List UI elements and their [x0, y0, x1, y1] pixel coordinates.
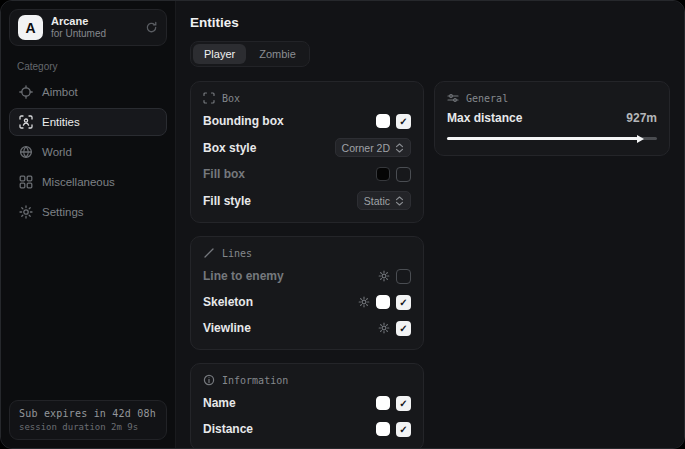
card-header-label: Information	[222, 375, 288, 386]
max-distance-value: 927m	[626, 111, 657, 125]
max-distance-row: Max distance 927m	[447, 111, 657, 125]
sidebar-item-aimbot[interactable]: Aimbot	[9, 78, 167, 106]
box-style-select[interactable]: Corner 2D	[335, 138, 411, 157]
color-swatch[interactable]	[376, 295, 390, 309]
sidebar-item-label: Miscellaneous	[42, 176, 115, 188]
category-label: Category	[17, 61, 167, 72]
distance-checkbox[interactable]: ✓	[396, 422, 411, 437]
row-label: Skeleton	[203, 295, 253, 309]
slider-track	[447, 137, 657, 140]
subscription-info-card: Sub expires in 42d 08h session duration …	[9, 400, 167, 440]
color-swatch[interactable]	[376, 114, 390, 128]
sub-expires-text: Sub expires in 42d 08h	[19, 408, 157, 419]
chevron-up-down-icon	[395, 143, 404, 153]
information-card: Information Name ✓ Distance ✓	[190, 363, 424, 448]
row-label: Box style	[203, 141, 256, 155]
main-panel: Entities Player Zombie Box	[176, 1, 684, 448]
viewline-row: Viewline ✓	[203, 319, 411, 337]
select-value: Corner 2D	[342, 142, 390, 154]
line-to-enemy-row: Line to enemy	[203, 267, 411, 285]
app-logo: A	[18, 15, 43, 40]
line-to-enemy-checkbox[interactable]	[396, 269, 411, 284]
row-label: Line to enemy	[203, 269, 284, 283]
globe-icon	[19, 145, 33, 159]
row-label: Name	[203, 396, 236, 410]
row-label: Fill box	[203, 167, 245, 181]
settings-gear-icon[interactable]	[358, 296, 370, 308]
row-label: Distance	[203, 422, 253, 436]
skeleton-row: Skeleton ✓	[203, 293, 411, 311]
sliders-icon	[447, 92, 459, 104]
box-card: Box Bounding box ✓ Box style Co	[190, 81, 424, 223]
color-swatch[interactable]	[376, 167, 390, 181]
tab-player[interactable]: Player	[193, 44, 246, 64]
session-duration-text: session duration 2m 9s	[19, 422, 157, 432]
max-distance-slider[interactable]	[447, 134, 657, 143]
fill-box-row: Fill box	[203, 165, 411, 183]
name-row: Name ✓	[203, 394, 411, 412]
card-header-label: Lines	[222, 248, 252, 259]
sidebar-item-label: Entities	[42, 116, 80, 128]
sidebar-item-entities[interactable]: Entities	[9, 108, 167, 136]
tab-zombie[interactable]: Zombie	[248, 44, 307, 64]
fill-box-checkbox[interactable]	[396, 167, 411, 182]
viewline-checkbox[interactable]: ✓	[396, 321, 411, 336]
settings-gear-icon[interactable]	[378, 322, 390, 334]
sidebar-item-world[interactable]: World	[9, 138, 167, 166]
info-icon	[203, 374, 215, 386]
chevron-up-down-icon	[395, 196, 404, 206]
page-title: Entities	[190, 15, 670, 30]
settings-gear-icon[interactable]	[378, 270, 390, 282]
bounding-box-icon	[203, 92, 215, 104]
arcane-menu-window: A Arcane for Untumed Category Aimbot	[0, 0, 685, 449]
skeleton-checkbox[interactable]: ✓	[396, 295, 411, 310]
row-label: Bounding box	[203, 114, 284, 128]
fill-style-select[interactable]: Static	[357, 191, 411, 210]
diagonal-line-icon	[203, 247, 215, 259]
color-swatch[interactable]	[376, 422, 390, 436]
app-logo-card: A Arcane for Untumed	[9, 9, 167, 46]
slider-fill[interactable]	[447, 137, 638, 140]
sidebar-item-settings[interactable]: Settings	[9, 198, 167, 226]
bounding-box-row: Bounding box ✓	[203, 112, 411, 130]
gear-icon	[19, 205, 33, 219]
grid-icon	[19, 175, 33, 189]
row-label: Fill style	[203, 194, 251, 208]
row-label: Max distance	[447, 111, 522, 125]
app-title: Arcane	[51, 15, 106, 28]
card-header-label: General	[466, 93, 508, 104]
color-swatch[interactable]	[376, 396, 390, 410]
refresh-icon[interactable]	[145, 21, 158, 34]
row-label: Viewline	[203, 321, 251, 335]
crosshair-icon	[19, 85, 33, 99]
bounding-box-checkbox[interactable]: ✓	[396, 114, 411, 129]
name-checkbox[interactable]: ✓	[396, 396, 411, 411]
sidebar-nav: Aimbot Entities World	[9, 78, 167, 226]
sidebar-item-label: Aimbot	[42, 86, 78, 98]
lines-card: Lines Line to enemy	[190, 236, 424, 350]
entity-type-tabs: Player Zombie	[190, 41, 310, 67]
sidebar-item-label: World	[42, 146, 72, 158]
box-style-row: Box style Corner 2D	[203, 138, 411, 157]
sidebar-item-miscellaneous[interactable]: Miscellaneous	[9, 168, 167, 196]
select-value: Static	[364, 195, 390, 207]
distance-row: Distance ✓	[203, 420, 411, 438]
app-subtitle: for Untumed	[51, 28, 106, 40]
card-header-label: Box	[222, 93, 240, 104]
fill-style-row: Fill style Static	[203, 191, 411, 210]
sidebar: A Arcane for Untumed Category Aimbot	[1, 1, 176, 448]
sidebar-item-label: Settings	[42, 206, 84, 218]
entity-scan-icon	[19, 115, 33, 129]
general-card: General Max distance 927m	[434, 81, 670, 156]
